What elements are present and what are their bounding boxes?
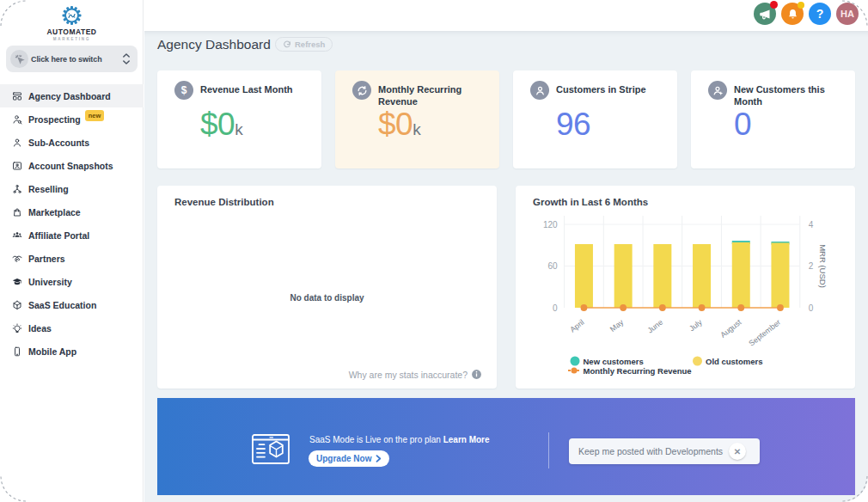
svg-text:August: August bbox=[718, 317, 743, 339]
svg-text:New customers: New customers bbox=[584, 357, 644, 366]
svg-text:Old customers: Old customers bbox=[706, 357, 763, 366]
svg-text:120: 120 bbox=[543, 220, 558, 230]
svg-text:April: April bbox=[568, 318, 585, 334]
svg-text:September: September bbox=[747, 318, 782, 348]
svg-text:MRR (USD): MRR (USD) bbox=[818, 244, 828, 288]
svg-text:Monthly Recurring Revenue: Monthly Recurring Revenue bbox=[584, 366, 692, 376]
svg-text:July: July bbox=[688, 317, 704, 333]
svg-text:June: June bbox=[646, 318, 665, 335]
svg-text:0: 0 bbox=[553, 303, 558, 313]
svg-text:May: May bbox=[608, 317, 626, 334]
svg-text:2: 2 bbox=[809, 261, 814, 271]
svg-text:0: 0 bbox=[809, 303, 814, 313]
svg-text:60: 60 bbox=[547, 261, 558, 271]
svg-text:4: 4 bbox=[809, 220, 814, 230]
